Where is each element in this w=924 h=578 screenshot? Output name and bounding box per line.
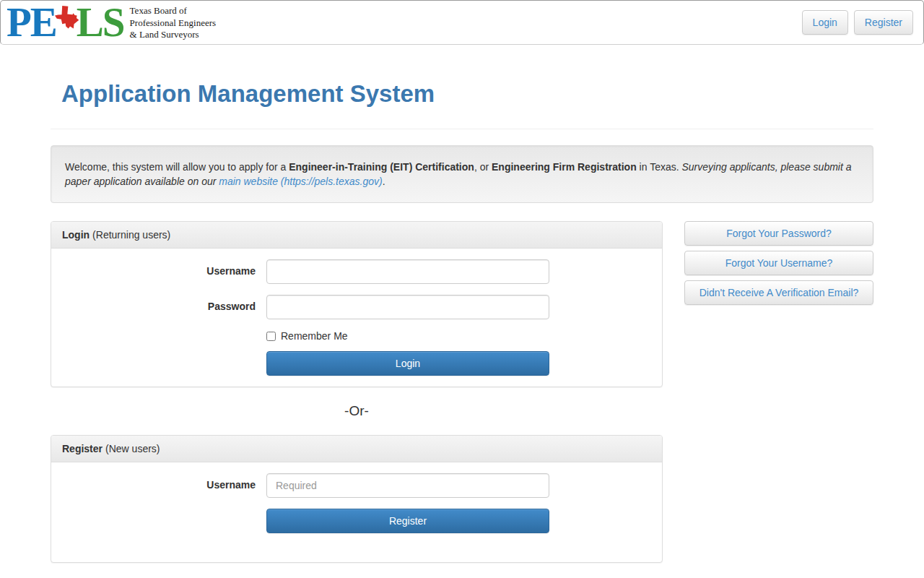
pels-logo[interactable]: PE LS Texas Board of Professional Engine… bbox=[1, 2, 216, 43]
register-panel-title: Register bbox=[62, 443, 103, 454]
navbar-register-button[interactable]: Register bbox=[854, 10, 913, 35]
navbar: PE LS Texas Board of Professional Engine… bbox=[0, 0, 924, 45]
welcome-message-well: Welcome, this system will allow you to a… bbox=[51, 145, 873, 203]
remember-me-checkbox[interactable] bbox=[266, 332, 276, 341]
register-username-label: Username bbox=[62, 473, 256, 498]
login-panel: Login(Returning users) Username Password… bbox=[51, 221, 663, 387]
login-username-label: Username bbox=[62, 259, 256, 284]
verification-email-button[interactable]: Didn't Receive A Verification Email? bbox=[684, 280, 873, 305]
login-panel-heading: Login(Returning users) bbox=[51, 222, 662, 249]
register-panel: Register(New users) Username Register bbox=[51, 435, 663, 563]
login-password-label: Password bbox=[62, 295, 256, 319]
register-panel-body: Username Register bbox=[51, 462, 662, 562]
register-username-row: Username bbox=[62, 473, 651, 498]
main-column: Login(Returning users) Username Password… bbox=[51, 221, 663, 563]
welcome-text-2: , or bbox=[474, 161, 492, 173]
login-panel-subtitle: (Returning users) bbox=[92, 229, 170, 241]
register-panel-subtitle: (New users) bbox=[105, 443, 160, 454]
remember-me-row: Remember Me bbox=[266, 330, 651, 342]
logo-org-name: Texas Board of Professional Engineers & … bbox=[130, 4, 217, 41]
forgot-password-button[interactable]: Forgot Your Password? bbox=[684, 221, 873, 246]
pels-logo-letters: PE LS bbox=[6, 5, 124, 40]
content-row: Login(Returning users) Username Password… bbox=[51, 221, 873, 563]
page-title: Application Management System bbox=[61, 81, 873, 107]
login-password-row: Password bbox=[62, 295, 651, 319]
welcome-bold-firm: Engineering Firm Registration bbox=[492, 161, 637, 173]
logo-org-line2: Professional Engineers bbox=[130, 17, 217, 30]
register-submit-button[interactable]: Register bbox=[266, 509, 549, 533]
main-website-link[interactable]: main website (https://pels.texas.gov) bbox=[219, 176, 382, 187]
login-submit-button[interactable]: Login bbox=[266, 351, 549, 376]
register-panel-heading: Register(New users) bbox=[51, 436, 662, 462]
login-panel-body: Username Password Remember Me Login bbox=[51, 249, 662, 387]
forgot-username-button[interactable]: Forgot Your Username? bbox=[684, 251, 873, 275]
login-password-input[interactable] bbox=[266, 295, 549, 319]
welcome-text-3: in Texas. bbox=[637, 161, 682, 173]
texas-state-icon bbox=[55, 6, 79, 30]
or-divider: -Or- bbox=[51, 403, 663, 419]
login-username-row: Username bbox=[62, 259, 651, 284]
navbar-login-button[interactable]: Login bbox=[802, 10, 848, 35]
welcome-bold-eit: Engineer-in-Training (EIT) Certification bbox=[289, 161, 474, 173]
welcome-text-4: . bbox=[383, 176, 385, 187]
navbar-actions: Login Register bbox=[802, 10, 923, 35]
welcome-text-1: Welcome, this system will allow you to a… bbox=[65, 161, 289, 173]
logo-ls-text: LS bbox=[77, 5, 124, 40]
logo-org-line1: Texas Board of bbox=[130, 5, 217, 17]
logo-org-line3: & Land Surveyors bbox=[130, 29, 217, 41]
register-username-input[interactable] bbox=[266, 473, 549, 498]
login-username-input[interactable] bbox=[266, 259, 549, 284]
main-container: Application Management System Welcome, t… bbox=[51, 81, 873, 563]
login-panel-title: Login bbox=[62, 229, 90, 241]
page-header: Application Management System bbox=[51, 81, 873, 129]
logo-pe-text: PE bbox=[6, 5, 56, 40]
help-sidebar: Forgot Your Password? Forgot Your Userna… bbox=[684, 221, 873, 310]
remember-me-label: Remember Me bbox=[281, 330, 348, 342]
